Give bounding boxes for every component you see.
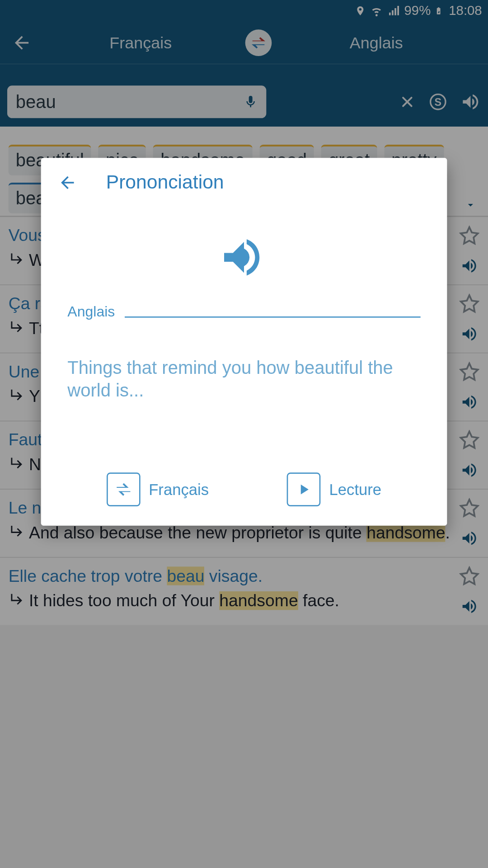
modal-swap-label: Français bbox=[149, 480, 209, 499]
swap-icon bbox=[107, 472, 141, 506]
pronunciation-modal: Prononciation Anglais Things that remind… bbox=[41, 158, 447, 525]
modal-sentence: Things that remind you how beautiful the… bbox=[58, 356, 430, 401]
modal-play-button[interactable]: Lecture bbox=[287, 472, 381, 506]
modal-lang-label: Anglais bbox=[67, 303, 115, 320]
modal-title: Prononciation bbox=[106, 171, 224, 193]
modal-lang-underline[interactable] bbox=[125, 316, 421, 318]
modal-swap-button[interactable]: Français bbox=[107, 472, 209, 506]
play-icon bbox=[287, 472, 321, 506]
modal-back-icon[interactable] bbox=[58, 173, 77, 192]
modal-play-label: Lecture bbox=[329, 480, 382, 499]
modal-speaker-icon[interactable] bbox=[217, 231, 270, 284]
